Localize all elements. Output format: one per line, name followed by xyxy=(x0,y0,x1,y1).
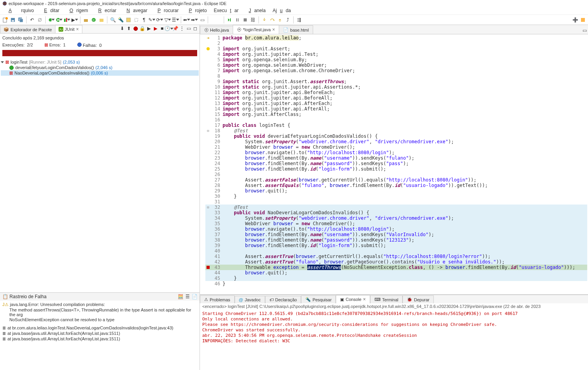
resume-icon[interactable] xyxy=(226,16,233,23)
show-whitespace-icon[interactable]: ¶ xyxy=(141,16,148,23)
tab-terminal[interactable]: ⌨Terminal xyxy=(370,295,403,303)
minimize-icon[interactable]: ▭ xyxy=(186,26,191,31)
skip-breakpoints-icon[interactable] xyxy=(36,16,43,23)
save-icon[interactable] xyxy=(9,16,16,23)
rerun-failed-icon[interactable]: ▶ xyxy=(153,26,158,31)
step-into-icon[interactable] xyxy=(261,16,268,23)
new-class-icon[interactable]: C xyxy=(90,16,97,23)
expand-icon[interactable] xyxy=(1,61,4,63)
menu-help[interactable]: Ajuda xyxy=(269,7,294,14)
search-tab-icon: 🔦 xyxy=(305,297,311,302)
scroll-lock-icon[interactable]: 🔒 xyxy=(139,26,145,31)
menu-navigate[interactable]: Navegar xyxy=(120,7,150,14)
failure-trace[interactable]: J⚠java.lang.Error: Unresolved compilatio… xyxy=(0,301,200,370)
tree-root[interactable]: ☒ loginTest [Runner: JUnit 5] (2,053 s) xyxy=(1,59,199,65)
junit-tree[interactable]: ☒ loginTest [Runner: JUnit 5] (2,053 s) … xyxy=(0,58,200,292)
menu-search[interactable]: Procurar xyxy=(151,7,182,14)
tab-console[interactable]: ▣Console× xyxy=(336,295,370,303)
undo-icon[interactable]: ↶ xyxy=(29,16,36,23)
perspective-icon[interactable]: ➕ xyxy=(572,16,579,23)
copy-trace-icon[interactable]: 📄 xyxy=(192,294,197,299)
history-icon[interactable]: 🕑 xyxy=(166,26,171,31)
run-last-icon[interactable]: ▶ xyxy=(71,16,78,23)
tab-javadoc[interactable]: @Javadoc xyxy=(235,296,265,303)
menu-file[interactable]: Arquivo xyxy=(2,7,37,14)
step-over-icon[interactable] xyxy=(269,16,276,23)
errors-value: 1 xyxy=(63,43,66,47)
new-icon[interactable] xyxy=(2,16,9,23)
back-icon[interactable]: ⬅ xyxy=(183,16,190,23)
new-folder-icon[interactable] xyxy=(98,16,105,23)
title-bar: eclipse-workspace - 2019-selenium-java-p… xyxy=(0,0,588,7)
disconnect-icon[interactable]: ⛓ xyxy=(249,16,257,23)
compare-icon[interactable]: 🧮 xyxy=(178,294,183,299)
step-return-icon[interactable] xyxy=(276,16,283,23)
tab-junit[interactable]: JU JUnit × xyxy=(55,25,82,33)
tab-declaration[interactable]: 🏷Declaração xyxy=(265,296,301,303)
editor-min-icon[interactable]: ▭ xyxy=(582,28,587,33)
svg-rect-13 xyxy=(64,19,66,22)
view-menu-icon[interactable]: ⋮ xyxy=(179,26,185,31)
rerun-icon[interactable]: ▶ xyxy=(146,26,151,31)
terminate-icon[interactable] xyxy=(242,16,249,23)
left-view-tabs: 📦 Explorador de Pacote JU JUnit × ⬇ ⬆ 🔒 … xyxy=(0,25,200,34)
filter-icon[interactable]: ▽ xyxy=(164,16,171,23)
forward-icon[interactable]: ➡ xyxy=(191,16,198,23)
tree-test-1[interactable]: deveriaEfetyuarLoginComDadosValidos() (2… xyxy=(1,65,199,70)
filter-trace-icon[interactable]: ☰ xyxy=(185,294,190,299)
svg-rect-7 xyxy=(20,19,23,22)
menu-source[interactable]: Origem xyxy=(63,7,91,14)
drop-frame-icon[interactable]: ⤴ xyxy=(284,16,291,23)
tab-problems[interactable]: ⚠Problemas xyxy=(200,295,235,303)
prev-failure-icon[interactable]: ⬆ xyxy=(126,26,132,31)
refresh-icon[interactable]: ⟳ xyxy=(156,16,163,23)
toggle-block-icon[interactable] xyxy=(133,16,140,23)
layout-icon[interactable]: ☰ xyxy=(172,16,179,23)
console-header: <encerrado> loginTest [JUnit] C:\Users\k… xyxy=(200,303,588,310)
menu-run[interactable]: Executar xyxy=(211,7,242,14)
svg-rect-19 xyxy=(127,18,130,22)
close-icon[interactable]: × xyxy=(272,27,275,32)
open-type-icon[interactable]: 🔍 xyxy=(109,16,116,23)
editor-tab-hello[interactable]: 🞊 Hello.java xyxy=(200,26,233,34)
bottom-pane: ⚠Problemas @Javadoc 🏷Declaração 🔦Pesquis… xyxy=(200,294,588,370)
menu-edit[interactable]: Editar xyxy=(38,7,62,14)
run-icon[interactable] xyxy=(55,16,62,23)
use-step-filters-icon[interactable]: ⇶ xyxy=(296,16,303,23)
main-toolbar: ↶ ▶ C 🔍 🔦 ¶ ✎ ⟳ ▽ ☰ ⬅ ➡ ▭ ⛓ ⤴ ⇶ ➕ xyxy=(0,15,588,25)
code-editor[interactable]: ➔1package br.com.alura.leilao;23import o… xyxy=(200,34,588,294)
menu-project[interactable]: Projeto xyxy=(183,7,210,14)
suspend-icon[interactable] xyxy=(234,16,241,23)
save-all-icon[interactable] xyxy=(17,16,24,23)
show-failures-icon[interactable] xyxy=(133,26,138,31)
perspective-switch-icon[interactable] xyxy=(579,16,586,23)
wand-icon[interactable]: ✎ xyxy=(148,16,155,23)
editor-tab-logintest[interactable]: 🞊 *loginTest.java × xyxy=(233,25,279,34)
error-icon: ☒ xyxy=(45,43,48,47)
runs-label: Execuções: xyxy=(2,43,25,47)
next-failure-icon[interactable]: ⬇ xyxy=(119,26,125,31)
search-icon[interactable]: 🔦 xyxy=(117,16,124,23)
tab-package-explorer[interactable]: 📦 Explorador de Pacote xyxy=(0,25,55,33)
close-icon[interactable]: × xyxy=(363,297,366,302)
problems-icon: ⚠ xyxy=(204,297,208,302)
new-package-icon[interactable] xyxy=(82,16,89,23)
maximize-icon[interactable]: ◻ xyxy=(192,26,198,31)
coverage-icon[interactable] xyxy=(63,16,70,23)
declaration-icon: 🏷 xyxy=(269,297,274,302)
tab-debug[interactable]: 🐞Depurar xyxy=(403,295,434,303)
debug-icon[interactable] xyxy=(48,16,55,23)
tree-test-2[interactable]: ☒ NaoDeveriaLogarComDadosInvalidos() (0,… xyxy=(1,70,199,76)
editor-tab-base[interactable]: 📄 base.html xyxy=(279,25,313,34)
close-icon[interactable]: × xyxy=(76,27,79,32)
console-output[interactable]: Starting ChromeDriver 112.0.5615.49 (bd2… xyxy=(200,310,588,370)
menu-refactor[interactable]: Recriar xyxy=(92,7,119,14)
pin-icon[interactable]: 📌 xyxy=(173,26,178,31)
stop-icon[interactable]: ▭ xyxy=(199,16,206,23)
menu-window[interactable]: Janela xyxy=(242,7,269,14)
stack-icon: ≣ xyxy=(2,336,6,342)
tab-search[interactable]: 🔦Pesquisar xyxy=(301,295,336,303)
toggle-mark-icon[interactable] xyxy=(125,16,132,23)
junit-icon: JU xyxy=(59,27,63,32)
svg-rect-27 xyxy=(581,18,585,22)
